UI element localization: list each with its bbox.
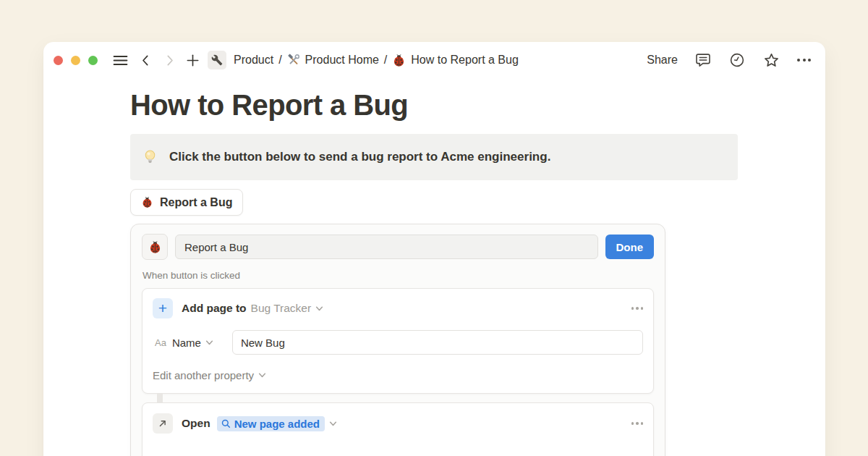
add-page-action-row: + Add page to Bug Tracker xyxy=(153,298,643,318)
breadcrumb-separator: / xyxy=(275,54,285,67)
ladybug-icon xyxy=(141,196,153,208)
add-page-icon-box: + xyxy=(153,298,173,318)
open-action-label: Open xyxy=(182,417,210,430)
add-page-step-card: + Add page to Bug Tracker Aa Name xyxy=(142,288,654,394)
back-button[interactable] xyxy=(135,50,156,70)
chevron-down-icon[interactable] xyxy=(205,339,213,347)
ladybug-icon xyxy=(392,54,406,67)
property-value-input[interactable] xyxy=(232,330,643,355)
star-icon xyxy=(762,51,780,69)
forward-button[interactable] xyxy=(159,50,179,70)
callout-block[interactable]: Click the button below to send a bug rep… xyxy=(130,134,738,180)
button-name-input[interactable] xyxy=(175,235,598,259)
add-page-action-label: Add page to xyxy=(182,302,247,315)
more-options-button[interactable] xyxy=(797,59,811,62)
breadcrumb-item-product-home[interactable]: Product Home xyxy=(286,54,380,67)
workspace-icon-button[interactable] xyxy=(208,51,226,69)
titlebar-actions: Share xyxy=(647,51,811,69)
button-icon-picker[interactable] xyxy=(142,234,168,260)
favorite-button[interactable] xyxy=(762,51,780,69)
wrench-icon xyxy=(211,54,223,66)
chevron-left-icon xyxy=(138,53,153,68)
open-target-chip[interactable]: New page added xyxy=(217,416,325,431)
plus-icon: + xyxy=(158,300,167,316)
button-editor-header: Done xyxy=(131,224,665,260)
share-button[interactable]: Share xyxy=(647,54,678,67)
lightbulb-icon xyxy=(142,149,158,166)
breadcrumb-item-product[interactable]: Product xyxy=(232,54,275,67)
open-target-label: New page added xyxy=(234,418,320,430)
database-selector[interactable]: Bug Tracker xyxy=(251,302,312,315)
breadcrumb-item-current-page[interactable]: How to Report a Bug xyxy=(391,54,520,67)
breadcrumb-current-label: How to Report a Bug xyxy=(411,54,519,67)
close-window-button[interactable] xyxy=(54,56,63,65)
callout-text: Click the button below to send a bug rep… xyxy=(169,150,550,164)
chevron-down-icon[interactable] xyxy=(329,420,337,428)
chevron-down-icon[interactable] xyxy=(315,305,323,313)
report-a-bug-button-label: Report a Bug xyxy=(160,196,232,209)
report-a-bug-button[interactable]: Report a Bug xyxy=(130,189,243,216)
property-row: Aa Name xyxy=(153,330,643,355)
chevron-right-icon xyxy=(162,53,177,68)
step-options-button[interactable] xyxy=(631,422,644,425)
open-step-card: Open New page added xyxy=(142,402,654,456)
search-icon xyxy=(221,418,231,429)
step-connector xyxy=(157,394,163,402)
app-window: Product / Product Home / xyxy=(43,42,825,456)
property-name-selector[interactable]: Name xyxy=(172,337,201,349)
breadcrumb-product-home-label: Product Home xyxy=(305,54,379,67)
comment-icon xyxy=(694,51,712,69)
sidebar-toggle-button[interactable] xyxy=(110,50,130,70)
clock-icon xyxy=(728,51,746,69)
edit-another-property-button[interactable]: Edit another property xyxy=(153,369,254,381)
plus-icon xyxy=(184,52,201,69)
new-page-button[interactable] xyxy=(182,50,203,70)
traffic-lights xyxy=(54,56,98,65)
zoom-window-button[interactable] xyxy=(88,56,98,65)
breadcrumb-separator: / xyxy=(380,54,391,67)
page-title: How to Report a Bug xyxy=(130,89,738,122)
page-content: How to Report a Bug Click the button bel… xyxy=(43,89,738,456)
text-property-icon: Aa xyxy=(155,337,166,348)
minimize-window-button[interactable] xyxy=(71,56,80,65)
done-button[interactable]: Done xyxy=(605,235,655,259)
ladybug-icon xyxy=(148,240,162,254)
titlebar: Product / Product Home / xyxy=(43,42,825,78)
hammer-wrench-icon xyxy=(287,54,300,67)
history-button[interactable] xyxy=(728,51,746,69)
hamburger-icon xyxy=(111,51,129,69)
trigger-label: When button is clicked xyxy=(142,270,653,281)
step-options-button[interactable] xyxy=(631,307,644,310)
breadcrumb-product-label: Product xyxy=(234,54,273,67)
breadcrumb: Product / Product Home / xyxy=(232,54,520,67)
edit-another-property-row: Edit another property xyxy=(153,369,643,381)
arrow-up-right-icon xyxy=(157,418,169,429)
comments-button[interactable] xyxy=(694,51,712,69)
button-editor-panel: Done When button is clicked + Add page t… xyxy=(130,224,665,456)
open-action-row: Open New page added xyxy=(153,413,643,434)
open-icon-box xyxy=(153,413,173,434)
chevron-down-icon[interactable] xyxy=(258,371,266,379)
